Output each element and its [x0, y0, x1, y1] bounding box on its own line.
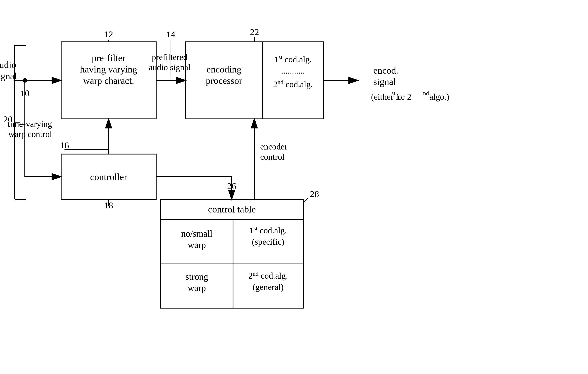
row2-col1-line2: warp: [188, 283, 206, 293]
ref-10: 10: [20, 88, 29, 98]
diagram-container: audio signal 10 12 pre-filter having var…: [0, 0, 588, 374]
row1-col1-line1: no/small: [181, 229, 212, 239]
ref-20: 20: [3, 114, 12, 124]
row1-col2-specific: (specific): [252, 237, 284, 247]
ref-16: 16: [60, 140, 69, 150]
encoder-control-label-2: control: [260, 152, 285, 162]
audio-signal-label: audio: [0, 60, 16, 70]
enc-proc-label-1: encoding: [207, 64, 242, 75]
prefiltered-label-1: prefiltered: [152, 52, 188, 62]
either-st: st: [391, 90, 396, 97]
control-table-header-label: control table: [208, 204, 256, 215]
ref-12: 12: [104, 29, 113, 39]
controller-label: controller: [90, 172, 127, 182]
dots-separator: ...........: [281, 66, 305, 76]
warp-control-label-1: time-varying: [8, 119, 52, 129]
either-or: or 2: [398, 92, 411, 101]
ref-28: 28: [310, 189, 319, 199]
ref-26: 26: [227, 181, 236, 191]
diagram-svg: audio signal 10 12 pre-filter having var…: [0, 0, 588, 374]
svg-line-27: [303, 198, 308, 203]
row1-col1-line2: warp: [188, 240, 206, 250]
pre-filter-label-2: having varying: [80, 64, 137, 75]
either-label: (either 1: [371, 92, 400, 102]
encoder-control-label-1: encoder: [260, 142, 288, 151]
either-nd: nd: [423, 90, 429, 97]
encod-signal-label-1: encod.: [373, 65, 399, 76]
ref-14: 14: [166, 29, 175, 39]
prefiltered-label-2: audio signal: [149, 63, 191, 72]
either-algo: algo.): [430, 92, 449, 102]
ref-22: 22: [250, 27, 259, 37]
pre-filter-label-3: warp charact.: [83, 76, 134, 86]
warp-control-label-2: warp control: [8, 129, 52, 139]
pre-filter-label-1: pre-filter: [92, 53, 125, 63]
enc-proc-label-2: processor: [206, 76, 242, 86]
svg-text:signal: signal: [0, 71, 17, 81]
row2-col2-general: (general): [252, 282, 284, 292]
encod-signal-label-2: signal: [373, 77, 396, 87]
row2-col1-line1: strong: [186, 272, 208, 282]
